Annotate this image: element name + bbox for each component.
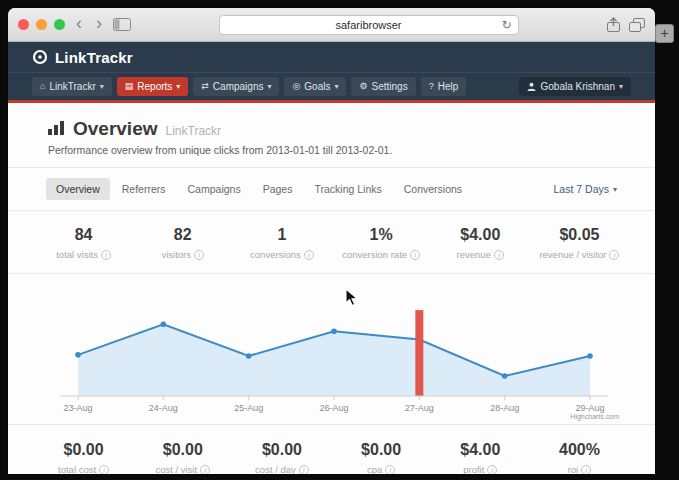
address-bar[interactable]: safaribrowser ↻ [219,15,519,35]
nav-item-campaigns[interactable]: ⇄ Campaigns ▾ [193,77,279,96]
stat-conversions: 1 conversionsi [232,226,331,260]
browser-toolbar: ‹ › safaribrowser ↻ [8,8,655,42]
stat-value: 84 [34,226,133,244]
share-button[interactable] [606,17,621,33]
stat-value: $4.00 [431,226,530,244]
tab-campaigns[interactable]: Campaigns [178,178,251,200]
stat-value: 82 [133,226,232,244]
stat-roi: 400% roii [530,441,629,474]
minimize-window-button[interactable] [36,19,47,30]
stat-value: $0.00 [34,441,133,459]
stat-label: conversion rate [342,249,407,260]
tab-tracking-links[interactable]: Tracking Links [304,178,391,200]
app-header: LinkTrackr [8,42,655,72]
back-button[interactable]: ‹ [73,14,85,32]
nav-label: Help [438,81,459,92]
stat-value: 1 [232,226,331,244]
report-icon: ▤ [125,82,134,91]
tab-referrers[interactable]: Referrers [112,178,176,200]
stat-value: $0.00 [332,441,431,459]
tab-pages[interactable]: Pages [253,178,303,200]
mouse-cursor [345,288,358,307]
page-subtitle: Performance overview from unique clicks … [48,144,615,156]
stat-label: conversions [250,249,301,260]
stat-cost-per-day: $0.00 cost / dayi [232,441,331,474]
chart-credit: Highcharts.com [570,413,619,420]
nav-item-linktrackr[interactable]: ⌂ LinkTrackr ▾ [32,77,112,96]
svg-text:27-Aug: 27-Aug [404,403,433,413]
svg-text:26-Aug: 26-Aug [319,403,348,413]
stat-cost-per-visit: $0.00 cost / visiti [133,441,232,474]
user-menu[interactable]: Gobala Krishnan ▾ [519,77,631,96]
stats-row-top: 84 total visitsi 82 visitorsi 1 conversi… [8,211,655,274]
nav-item-reports[interactable]: ▤ Reports ▾ [117,77,189,96]
stat-value: $4.00 [431,441,530,459]
page-header: Overview LinkTrackr Performance overview… [8,103,655,168]
window-controls [18,19,65,30]
date-range-selector[interactable]: Last 7 Days ▾ [554,183,617,195]
gear-icon: ⚙ [359,82,367,91]
info-icon[interactable]: i [299,465,309,475]
report-tabs: Overview Referrers Campaigns Pages Track… [8,168,655,211]
nav-item-settings[interactable]: ⚙ Settings [351,77,415,96]
sidebar-toggle-button[interactable] [113,18,131,31]
svg-text:28-Aug: 28-Aug [490,403,519,413]
close-window-button[interactable] [18,19,29,30]
stat-value: $0.00 [133,441,232,459]
visits-chart-svg[interactable]: 23-Aug24-Aug25-Aug26-Aug27-Aug28-Aug29-A… [44,282,620,422]
page-title: Overview [73,118,158,140]
svg-text:23-Aug: 23-Aug [63,403,92,413]
tab-conversions[interactable]: Conversions [394,178,472,200]
browser-window: ‹ › safaribrowser ↻ [8,8,655,474]
forward-button[interactable]: › [93,14,105,32]
stat-label: total cost [58,464,96,474]
nav-item-help[interactable]: ? Help [421,77,467,96]
stat-value: $0.00 [232,441,331,459]
shuffle-icon: ⇄ [201,82,209,91]
info-icon[interactable]: i [101,250,111,260]
tab-overview[interactable]: Overview [46,178,110,200]
stat-value: 400% [530,441,629,459]
stat-label: cost / visit [155,464,197,474]
stat-total-cost: $0.00 total costi [34,441,133,474]
new-tab-button[interactable]: + [655,24,674,43]
caret-down-icon: ▾ [100,82,104,91]
brand-name[interactable]: LinkTrackr [55,49,133,66]
stat-visitors: 82 visitorsi [133,226,232,260]
info-icon[interactable]: i [194,250,204,260]
info-icon[interactable]: i [581,465,591,475]
stat-cpa: $0.00 cpai [332,441,431,474]
help-icon: ? [429,82,434,91]
info-icon[interactable]: i [385,465,395,475]
address-text: safaribrowser [335,19,401,31]
nav-label: Reports [137,81,172,92]
user-name: Gobala Krishnan [540,81,615,92]
linktrackr-logo-icon [32,49,48,65]
stats-row-bottom: $0.00 total costi $0.00 cost / visiti $0… [8,425,655,474]
stat-label: profit [463,464,484,474]
svg-text:24-Aug: 24-Aug [148,403,177,413]
info-icon[interactable]: i [609,250,619,260]
info-icon[interactable]: i [200,465,210,475]
info-icon[interactable]: i [487,465,497,475]
target-icon: ◎ [292,82,300,91]
info-icon[interactable]: i [410,250,420,260]
share-icon [606,17,621,33]
stat-value: 1% [332,226,431,244]
nav-item-goals[interactable]: ◎ Goals ▾ [284,77,346,96]
caret-down-icon: ▾ [334,82,338,91]
info-icon[interactable]: i [304,250,314,260]
stat-label: total visits [56,249,98,260]
svg-text:29-Aug: 29-Aug [575,403,604,413]
bar-chart-icon [48,121,65,135]
reload-button[interactable]: ↻ [501,19,511,31]
stat-total-visits: 84 total visitsi [34,226,133,260]
stat-conversion-rate: 1% conversion ratei [332,226,431,260]
info-icon[interactable]: i [494,250,504,260]
zoom-window-button[interactable] [54,19,65,30]
stat-label: cost / day [255,464,296,474]
nav-label: Campaigns [213,81,264,92]
info-icon[interactable]: i [99,465,109,475]
tabs-overview-button[interactable] [629,18,645,32]
stat-label: visitors [161,249,191,260]
